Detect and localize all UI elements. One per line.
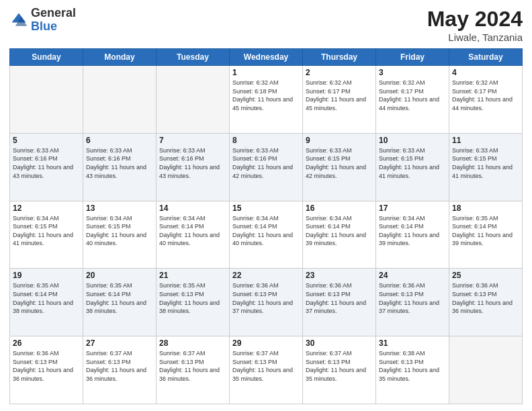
- table-row: 26Sunrise: 6:36 AM Sunset: 6:13 PM Dayli…: [10, 336, 83, 404]
- day-number: 10: [379, 136, 446, 145]
- day-info: Sunrise: 6:38 AM Sunset: 6:13 PM Dayligh…: [379, 349, 446, 383]
- day-info: Sunrise: 6:34 AM Sunset: 6:14 PM Dayligh…: [306, 214, 373, 248]
- table-row: 27Sunrise: 6:37 AM Sunset: 6:13 PM Dayli…: [83, 336, 157, 404]
- table-row: 13Sunrise: 6:34 AM Sunset: 6:15 PM Dayli…: [83, 201, 157, 269]
- day-number: 7: [159, 136, 226, 145]
- table-row: 28Sunrise: 6:37 AM Sunset: 6:13 PM Dayli…: [157, 336, 230, 404]
- day-info: Sunrise: 6:32 AM Sunset: 6:17 PM Dayligh…: [306, 79, 373, 112]
- day-info: Sunrise: 6:33 AM Sunset: 6:16 PM Dayligh…: [13, 146, 80, 180]
- day-info: Sunrise: 6:35 AM Sunset: 6:14 PM Dayligh…: [86, 281, 153, 315]
- table-row: 1Sunrise: 6:32 AM Sunset: 6:18 PM Daylig…: [230, 66, 303, 134]
- day-info: Sunrise: 6:34 AM Sunset: 6:14 PM Dayligh…: [379, 214, 446, 248]
- day-number: 31: [379, 338, 446, 348]
- day-info: Sunrise: 6:33 AM Sunset: 6:16 PM Dayligh…: [232, 146, 300, 180]
- col-monday: Monday: [83, 49, 157, 66]
- calendar-week-row: 1Sunrise: 6:32 AM Sunset: 6:18 PM Daylig…: [10, 66, 523, 134]
- table-row: 8Sunrise: 6:33 AM Sunset: 6:16 PM Daylig…: [230, 133, 303, 201]
- day-number: 29: [232, 338, 300, 348]
- day-info: Sunrise: 6:33 AM Sunset: 6:15 PM Dayligh…: [452, 146, 519, 180]
- logo: General Blue: [9, 7, 76, 34]
- day-info: Sunrise: 6:33 AM Sunset: 6:15 PM Dayligh…: [379, 146, 446, 180]
- calendar-week-row: 12Sunrise: 6:34 AM Sunset: 6:15 PM Dayli…: [10, 201, 523, 269]
- day-info: Sunrise: 6:34 AM Sunset: 6:15 PM Dayligh…: [86, 214, 153, 248]
- table-row: [83, 66, 157, 134]
- day-number: 20: [86, 271, 153, 280]
- day-number: 14: [159, 203, 226, 213]
- table-row: 22Sunrise: 6:36 AM Sunset: 6:13 PM Dayli…: [230, 269, 303, 336]
- table-row: 30Sunrise: 6:37 AM Sunset: 6:13 PM Dayli…: [303, 336, 376, 404]
- day-number: 27: [86, 338, 153, 348]
- day-number: 18: [452, 203, 519, 213]
- logo-blue-text: Blue: [31, 20, 76, 34]
- day-number: 23: [306, 271, 373, 280]
- calendar-week-row: 26Sunrise: 6:36 AM Sunset: 6:13 PM Dayli…: [10, 336, 523, 404]
- day-info: Sunrise: 6:34 AM Sunset: 6:14 PM Dayligh…: [159, 214, 226, 248]
- table-row: 3Sunrise: 6:32 AM Sunset: 6:17 PM Daylig…: [376, 66, 449, 134]
- title-location: Liwale, Tanzania: [427, 32, 523, 43]
- day-info: Sunrise: 6:36 AM Sunset: 6:13 PM Dayligh…: [452, 281, 519, 315]
- table-row: 24Sunrise: 6:36 AM Sunset: 6:13 PM Dayli…: [376, 269, 449, 336]
- day-info: Sunrise: 6:37 AM Sunset: 6:13 PM Dayligh…: [306, 349, 373, 383]
- header: General Blue May 2024 Liwale, Tanzania: [9, 7, 523, 43]
- table-row: 10Sunrise: 6:33 AM Sunset: 6:15 PM Dayli…: [376, 133, 449, 201]
- table-row: [10, 66, 83, 134]
- table-row: 6Sunrise: 6:33 AM Sunset: 6:16 PM Daylig…: [83, 133, 157, 201]
- day-info: Sunrise: 6:36 AM Sunset: 6:13 PM Dayligh…: [13, 349, 80, 383]
- logo-text: General Blue: [31, 7, 76, 34]
- table-row: 21Sunrise: 6:35 AM Sunset: 6:13 PM Dayli…: [157, 269, 230, 336]
- day-info: Sunrise: 6:33 AM Sunset: 6:15 PM Dayligh…: [306, 146, 373, 180]
- col-wednesday: Wednesday: [230, 49, 303, 66]
- day-number: 17: [379, 203, 446, 213]
- day-number: 12: [13, 203, 80, 213]
- day-info: Sunrise: 6:34 AM Sunset: 6:14 PM Dayligh…: [232, 214, 300, 248]
- day-info: Sunrise: 6:35 AM Sunset: 6:13 PM Dayligh…: [159, 281, 226, 315]
- day-info: Sunrise: 6:37 AM Sunset: 6:13 PM Dayligh…: [86, 349, 153, 383]
- table-row: 11Sunrise: 6:33 AM Sunset: 6:15 PM Dayli…: [449, 133, 523, 201]
- day-number: 1: [232, 68, 300, 77]
- day-number: 6: [86, 136, 153, 145]
- day-number: 9: [306, 136, 373, 145]
- table-row: 17Sunrise: 6:34 AM Sunset: 6:14 PM Dayli…: [376, 201, 449, 269]
- day-info: Sunrise: 6:33 AM Sunset: 6:16 PM Dayligh…: [159, 146, 226, 180]
- day-number: 24: [379, 271, 446, 280]
- table-row: 12Sunrise: 6:34 AM Sunset: 6:15 PM Dayli…: [10, 201, 83, 269]
- logo-icon: [9, 11, 28, 30]
- table-row: 16Sunrise: 6:34 AM Sunset: 6:14 PM Dayli…: [303, 201, 376, 269]
- col-thursday: Thursday: [303, 49, 376, 66]
- table-row: [157, 66, 230, 134]
- day-info: Sunrise: 6:37 AM Sunset: 6:13 PM Dayligh…: [232, 349, 300, 383]
- table-row: 4Sunrise: 6:32 AM Sunset: 6:17 PM Daylig…: [449, 66, 523, 134]
- day-number: 25: [452, 271, 519, 280]
- day-number: 28: [159, 338, 226, 348]
- day-number: 2: [306, 68, 373, 77]
- table-row: 15Sunrise: 6:34 AM Sunset: 6:14 PM Dayli…: [230, 201, 303, 269]
- day-number: 15: [232, 203, 300, 213]
- table-row: 5Sunrise: 6:33 AM Sunset: 6:16 PM Daylig…: [10, 133, 83, 201]
- title-month: May 2024: [427, 7, 523, 32]
- day-number: 4: [452, 68, 519, 77]
- table-row: 19Sunrise: 6:35 AM Sunset: 6:14 PM Dayli…: [10, 269, 83, 336]
- day-info: Sunrise: 6:36 AM Sunset: 6:13 PM Dayligh…: [306, 281, 373, 315]
- day-number: 8: [232, 136, 300, 145]
- day-number: 21: [159, 271, 226, 280]
- table-row: [449, 336, 523, 404]
- day-info: Sunrise: 6:33 AM Sunset: 6:16 PM Dayligh…: [86, 146, 153, 180]
- day-number: 3: [379, 68, 446, 77]
- col-friday: Friday: [376, 49, 449, 66]
- day-info: Sunrise: 6:32 AM Sunset: 6:17 PM Dayligh…: [452, 79, 519, 112]
- day-info: Sunrise: 6:36 AM Sunset: 6:13 PM Dayligh…: [232, 281, 300, 315]
- day-info: Sunrise: 6:32 AM Sunset: 6:18 PM Dayligh…: [232, 79, 300, 112]
- day-number: 19: [13, 271, 80, 280]
- table-row: 18Sunrise: 6:35 AM Sunset: 6:14 PM Dayli…: [449, 201, 523, 269]
- table-row: 25Sunrise: 6:36 AM Sunset: 6:13 PM Dayli…: [449, 269, 523, 336]
- day-info: Sunrise: 6:35 AM Sunset: 6:14 PM Dayligh…: [13, 281, 80, 315]
- logo-general-text: General: [31, 7, 76, 20]
- day-number: 22: [232, 271, 300, 280]
- calendar-header-row: Sunday Monday Tuesday Wednesday Thursday…: [10, 49, 523, 66]
- col-tuesday: Tuesday: [157, 49, 230, 66]
- day-info: Sunrise: 6:37 AM Sunset: 6:13 PM Dayligh…: [159, 349, 226, 383]
- day-number: 30: [306, 338, 373, 348]
- table-row: 20Sunrise: 6:35 AM Sunset: 6:14 PM Dayli…: [83, 269, 157, 336]
- day-info: Sunrise: 6:36 AM Sunset: 6:13 PM Dayligh…: [379, 281, 446, 315]
- table-row: 29Sunrise: 6:37 AM Sunset: 6:13 PM Dayli…: [230, 336, 303, 404]
